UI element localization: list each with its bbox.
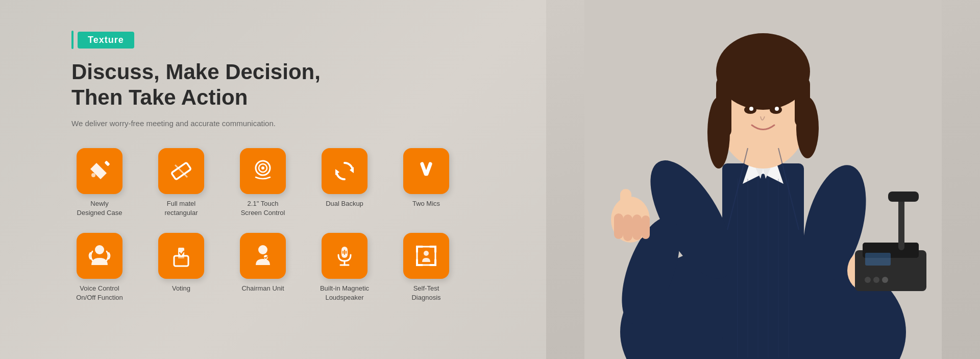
- backup-icon: [331, 158, 358, 184]
- svg-rect-29: [888, 192, 919, 202]
- chairman-unit-icon-box: [240, 233, 286, 279]
- svg-point-53: [95, 245, 104, 254]
- newly-designed-case-label: NewlyDesigned Case: [77, 199, 122, 218]
- svg-point-15: [775, 107, 779, 111]
- svg-rect-30: [865, 253, 891, 266]
- svg-rect-22: [632, 214, 642, 240]
- feature-dual-backup: Dual Backup: [316, 148, 373, 208]
- rectangle-icon: [168, 158, 194, 184]
- dual-backup-label: Dual Backup: [326, 199, 363, 208]
- two-mics-icon-box: [403, 148, 449, 194]
- features-row-2: Voice ControlOn/Off Function: [71, 233, 531, 302]
- texture-label: Texture: [78, 32, 134, 49]
- features-row-1: NewlyDesigned Case Full matelrectangular: [71, 148, 531, 218]
- self-test-label: Self-Test Diagnosis: [398, 284, 454, 302]
- selftest-icon: [413, 243, 439, 269]
- built-in-speaker-label: Built-in MagneticLoudspeaker: [320, 284, 369, 302]
- self-test-icon-box: [403, 233, 449, 279]
- touch-screen-icon-box: [240, 148, 286, 194]
- full-matel-icon-box: [158, 148, 204, 194]
- newly-designed-case-icon-box: [77, 148, 122, 194]
- case-icon: [86, 158, 113, 184]
- svg-point-14: [749, 107, 753, 111]
- heading-line1: Discuss, Make Decision,: [71, 59, 531, 85]
- feature-voice-control: Voice ControlOn/Off Function: [71, 233, 128, 302]
- svg-point-11: [796, 97, 819, 158]
- svg-rect-21: [623, 214, 632, 241]
- mics-icon: [413, 158, 439, 184]
- svg-rect-28: [898, 194, 904, 250]
- chairman-unit-label: Chairman Unit: [241, 284, 284, 293]
- person-illustration: [584, 0, 942, 359]
- feature-self-test: Self-Test Diagnosis: [398, 233, 454, 302]
- touch-icon: [250, 158, 276, 184]
- voice-control-icon-box: [77, 233, 122, 279]
- touch-screen-label: 2.1" TouchScreen Control: [241, 199, 285, 218]
- heading-line2: Then Take Action: [71, 85, 531, 110]
- feature-voting: Voting: [153, 233, 209, 293]
- svg-point-32: [873, 277, 879, 283]
- svg-point-43: [91, 173, 95, 177]
- voting-icon-box: [158, 233, 204, 279]
- features-grid: NewlyDesigned Case Full matelrectangular: [71, 148, 531, 303]
- feature-newly-designed-case: NewlyDesigned Case: [71, 148, 128, 218]
- content-area: Texture Discuss, Make Decision, Then Tak…: [71, 31, 531, 303]
- voice-icon: [86, 243, 113, 269]
- svg-point-57: [258, 245, 267, 254]
- feature-two-mics: Two Mics: [398, 148, 454, 208]
- built-in-speaker-icon-box: [322, 233, 368, 279]
- svg-rect-2: [722, 163, 804, 342]
- svg-point-31: [865, 277, 871, 283]
- voting-label: Voting: [172, 284, 190, 293]
- voting-icon: [168, 243, 194, 269]
- two-mics-label: Two Mics: [412, 199, 440, 208]
- texture-badge: Texture: [71, 31, 531, 49]
- chairman-icon: [250, 243, 276, 269]
- svg-rect-23: [642, 216, 650, 239]
- svg-point-62: [424, 251, 429, 256]
- texture-bar: [71, 31, 74, 49]
- speaker-icon: [331, 243, 358, 269]
- page-wrapper: Texture Discuss, Make Decision, Then Tak…: [0, 0, 980, 359]
- voice-control-label: Voice ControlOn/Off Function: [76, 284, 123, 302]
- svg-point-48: [261, 166, 264, 170]
- svg-rect-20: [614, 213, 623, 239]
- svg-point-10: [707, 97, 730, 169]
- svg-point-33: [882, 277, 888, 283]
- subtext: We deliver worry-free meeting and accura…: [71, 119, 531, 128]
- feature-full-matel-rectangular: Full matelrectangular: [153, 148, 209, 218]
- svg-rect-42: [104, 160, 110, 166]
- full-matel-label: Full matelrectangular: [164, 199, 198, 218]
- dual-backup-icon-box: [322, 148, 368, 194]
- right-panel: [546, 0, 980, 359]
- feature-chairman-unit: Chairman Unit: [235, 233, 291, 293]
- feature-touch-screen: 2.1" TouchScreen Control: [235, 148, 291, 218]
- main-heading: Discuss, Make Decision, Then Take Action: [71, 59, 531, 111]
- feature-built-in-speaker: Built-in MagneticLoudspeaker: [316, 233, 373, 302]
